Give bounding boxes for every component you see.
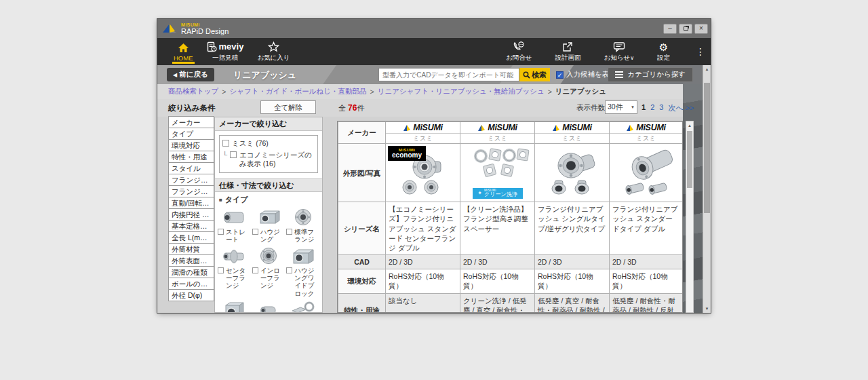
section-bullet-icon: ■	[219, 197, 222, 203]
page-link[interactable]: 3	[659, 103, 663, 113]
filter-category[interactable]: スタイル	[168, 162, 214, 174]
search-input[interactable]	[378, 68, 519, 81]
filter-category[interactable]: 直動/回転…	[168, 197, 214, 209]
maker-option-nested[interactable]: └ エコノミーシリーズのみ表示 (16)	[222, 151, 315, 169]
filter-category[interactable]: 外筒表面…	[168, 254, 214, 267]
maker-header[interactable]: MiSUMi ミスミ	[610, 122, 683, 144]
page-title: リニアブッシュ	[233, 69, 296, 81]
cad-value: 2D / 3D	[535, 255, 610, 269]
per-page-select[interactable]: 30件 ▼	[605, 100, 637, 114]
maker-header[interactable]: MiSUMi ミスミ	[460, 122, 535, 144]
checkbox-icon[interactable]	[252, 267, 258, 273]
filter-category[interactable]: 基本定格…	[168, 220, 214, 232]
scroll-up-icon[interactable]: ▲	[703, 65, 711, 73]
nav-news[interactable]: お知らせ∨	[601, 38, 637, 65]
series-name[interactable]: フランジ付リニアブッシュ スタンダードタイプ ダブル	[610, 202, 683, 255]
nav-settings-label: 設定	[657, 54, 670, 62]
env-value: RoHS対応（10物質）	[460, 269, 535, 293]
checkbox-icon[interactable]	[286, 267, 292, 273]
maker-filter-header: メーカーで絞り込む	[215, 117, 322, 131]
checkbox-icon[interactable]	[230, 151, 237, 158]
nav-favorites-label: お気に入り	[257, 54, 290, 62]
filter-category[interactable]: 外径 D(φ)	[168, 289, 214, 301]
clear-filters-button[interactable]: 全て解除	[260, 100, 316, 114]
cad-value: 2D / 3D	[460, 255, 535, 269]
table-scrollbar[interactable]: ▲	[686, 121, 694, 313]
filter-panel: メーカーで絞り込む ミスミ (76) └ エコノミーシリーズのみ表示 (16) …	[214, 117, 323, 313]
filter-category[interactable]: 環境対応	[168, 139, 214, 151]
page-link[interactable]: 2	[650, 103, 654, 113]
category-search-button[interactable]: カテゴリから探す	[608, 67, 693, 82]
series-name[interactable]: フランジ付リニアブッシュ シングルタイプ/逆ザグリ穴タイプ	[535, 202, 610, 255]
product-photo[interactable]: MiSUMi economy	[386, 144, 460, 202]
series-name[interactable]: 【エコノミーシリーズ】フランジ付リニアブッシュ スタンダード センターフランジ …	[386, 202, 460, 255]
scrollbar-thumb[interactable]	[704, 83, 710, 213]
filter-category[interactable]: 潤滑の種類	[168, 266, 214, 278]
nav-favorites[interactable]: お気に入り	[250, 38, 296, 65]
nav-contact[interactable]: お問合せ	[503, 38, 534, 65]
filter-category[interactable]: フランジ…	[168, 174, 214, 186]
features-value: クリーン洗浄 / 低発塵 / 真空 / 耐食性・耐薬品	[460, 293, 535, 313]
product-photo[interactable]	[610, 144, 683, 202]
scroll-down-icon[interactable]: ▼	[703, 305, 711, 313]
bushing-flange-thumb	[290, 208, 317, 228]
breadcrumb-link[interactable]: リニアシャフト・リニアブッシュ・無給油ブッシュ	[378, 87, 545, 96]
nav-meviy[interactable]: meviy 一括見積	[200, 38, 251, 65]
nav-home[interactable]: HOME	[167, 38, 200, 65]
row-label: 特性・用途	[338, 293, 386, 313]
maker-header[interactable]: MiSUMi ミスミ	[535, 122, 610, 144]
close-button[interactable]: ×	[694, 24, 708, 34]
maker-header[interactable]: MiSUMi ミスミ	[386, 122, 460, 144]
home-icon	[178, 42, 189, 53]
checkbox-checked-icon[interactable]: ✓	[556, 71, 564, 79]
result-count: 全 76件	[338, 103, 364, 113]
more-menu-icon[interactable]: ⋮	[690, 46, 707, 57]
maker-filter-box: ミスミ (76) └ エコノミーシリーズのみ表示 (16)	[219, 135, 318, 173]
filter-category[interactable]: 全長 L(m…	[168, 231, 214, 244]
filter-category[interactable]: フランジ…	[168, 185, 214, 197]
filter-category[interactable]: メーカー	[168, 116, 214, 128]
product-photo[interactable]	[535, 144, 610, 202]
search-button[interactable]: 検索	[519, 68, 550, 81]
type-option-housing[interactable]: ハウジング	[252, 208, 285, 244]
main-navigation: HOME meviy 一括見積 お気に入り	[157, 38, 711, 65]
env-value: RoHS対応（10物質）	[610, 269, 683, 293]
breadcrumb-link[interactable]: シャフト・ガイド・ボールねじ・直動部品	[229, 87, 366, 96]
checkbox-icon[interactable]	[252, 229, 258, 235]
minimize-button[interactable]: –	[663, 24, 677, 34]
breadcrumb-link[interactable]: 商品検索トップ	[168, 87, 218, 96]
restore-button[interactable]	[679, 24, 692, 34]
filter-category[interactable]: 特性・用途	[168, 151, 214, 163]
product-photo[interactable]: ✦ MiSUMIクリーン洗浄	[460, 144, 535, 202]
type-option-block-square[interactable]	[218, 300, 251, 313]
misumi-logo-icon	[626, 124, 634, 132]
back-button[interactable]: ◀ 前に戻る	[167, 68, 214, 81]
checkbox-icon[interactable]	[286, 229, 292, 235]
type-option-center-flange[interactable]: センターフランジ	[218, 246, 251, 298]
type-option-standard-flange[interactable]: 標準フランジ	[286, 208, 319, 244]
type-option-related-parts[interactable]	[286, 300, 319, 313]
checkbox-icon[interactable]	[218, 267, 224, 273]
filter-category[interactable]: 外筒材質	[168, 243, 214, 255]
nav-design-screen[interactable]: 設計画面	[552, 38, 583, 65]
scroll-up-icon[interactable]: ▲	[686, 121, 693, 130]
type-option-housing-wide-block[interactable]: ハウジングワイドブロック	[286, 246, 319, 298]
checkbox-icon[interactable]	[218, 229, 224, 235]
type-option-straight[interactable]: ストレート	[218, 208, 251, 244]
checkbox-icon[interactable]	[222, 140, 229, 147]
maker-option[interactable]: ミスミ (76)	[222, 139, 315, 149]
features-value: 該当なし	[386, 293, 460, 313]
type-option-shaft-support[interactable]	[252, 300, 285, 313]
filter-category[interactable]: ボールの…	[168, 278, 214, 290]
next-page-link[interactable]: 次へ >>	[668, 103, 694, 113]
filter-category[interactable]: タイプ	[168, 128, 214, 140]
env-value: RoHS対応（10物質）	[386, 269, 460, 293]
filter-category[interactable]: 内接円径 …	[168, 208, 214, 221]
window-scrollbar[interactable]: ▲ ▼	[703, 65, 711, 313]
scrollbar-thumb[interactable]	[687, 131, 692, 188]
type-option-pilot-flange[interactable]: インローフランジ	[252, 246, 285, 298]
nav-settings[interactable]: ⚙ 設定	[654, 38, 673, 65]
product-image-spacers	[464, 145, 532, 179]
series-name[interactable]: 【クリーン洗浄品】フランジ型高さ調整スペーサー	[460, 202, 535, 255]
economy-badge: MiSUMi economy	[388, 146, 426, 161]
